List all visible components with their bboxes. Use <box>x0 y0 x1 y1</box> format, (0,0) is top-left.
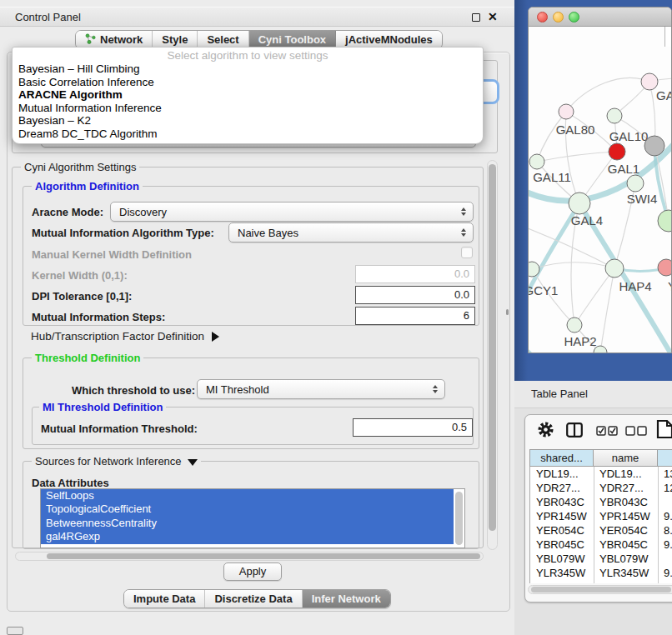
algorithm-definition-group: Algorithm Definition Aracne Mode: Discov… <box>23 186 479 326</box>
settings-vertical-scrollbar[interactable] <box>487 160 498 550</box>
network-node-hap2[interactable] <box>567 318 582 332</box>
data-attributes-list[interactable]: SelfLoopsTopologicalCoefficientBetweenne… <box>40 488 465 548</box>
attribute-item-selfloops[interactable]: SelfLoops <box>41 489 454 502</box>
zoom-traffic-light-icon[interactable] <box>569 12 579 22</box>
network-node-gal1[interactable] <box>609 143 625 160</box>
table-row[interactable]: YBL079WYBL079W <box>530 552 672 566</box>
network-node-swi4[interactable] <box>627 175 644 192</box>
new-table-document-icon[interactable] <box>656 419 672 442</box>
dropdown-placeholder: Select algorithm to view settings <box>13 48 483 62</box>
network-node[interactable] <box>644 136 664 156</box>
dropdown-item-bayesian-hill-climbing[interactable]: Bayesian – Hill Climbing <box>13 62 483 76</box>
close-traffic-light-icon[interactable] <box>537 12 548 22</box>
dropdown-item-dream8-dc-tdc-algorithm[interactable]: Dream8 DC_TDC Algorithm <box>13 128 483 141</box>
dpi-tolerance-label: DPI Tolerance [0,1]: <box>32 290 132 302</box>
network-canvas[interactable]: GALGAL80GAL10GAL1GAL11SWI4GAL4GCY1HAP4YH… <box>529 27 672 353</box>
network-node-hap4[interactable] <box>605 259 624 278</box>
hub-definition-label: Hub/Transcription Factor Definition <box>31 330 204 342</box>
network-node-y[interactable] <box>658 259 672 276</box>
settings-hscroll-thumb[interactable] <box>47 553 480 559</box>
network-node-gal11[interactable] <box>529 154 544 169</box>
network-node-gal[interactable] <box>641 73 658 90</box>
network-node[interactable] <box>658 210 672 232</box>
manual-kernel-label: Manual Kernel Width Definition <box>32 248 192 261</box>
attribute-item-topologicalcoefficient[interactable]: TopologicalCoefficient <box>41 502 454 516</box>
algorithm-dropdown-popup: Select algorithm to view settings Bayesi… <box>12 47 484 144</box>
dropdown-item-mutual-information-inference[interactable]: Mutual Information Inference <box>13 102 483 115</box>
network-node-gal4[interactable] <box>569 192 590 214</box>
mi-threshold-input[interactable]: 0.5 <box>353 418 473 437</box>
table-horizontal-scrollbar[interactable] <box>528 585 672 594</box>
column-view-icon[interactable] <box>566 422 583 440</box>
table-cell: YBR043C <box>599 495 658 509</box>
sources-group: Sources for Network Inference Data Attri… <box>23 461 479 549</box>
hub-definition-expander[interactable]: Hub/Transcription Factor Definition <box>31 330 219 342</box>
select-all-icon[interactable] <box>596 426 619 438</box>
bottom-tab-bar: Impute DataDiscretize DataInfer Network <box>123 589 391 608</box>
float-panel-icon[interactable] <box>472 13 480 22</box>
tab-label: Cyni Toolbox <box>258 33 326 46</box>
minimize-traffic-light-icon[interactable] <box>553 12 564 22</box>
table-header-row: shared...nameA <box>529 449 672 467</box>
apply-button[interactable]: Apply <box>223 562 282 581</box>
manual-kernel-checkbox[interactable] <box>461 247 473 258</box>
node-label-gcy1: GCY1 <box>529 283 558 298</box>
table-row[interactable]: YBR043CYBR043C <box>530 495 672 509</box>
network-vertical-scrollbar[interactable] <box>664 27 672 47</box>
tab-jactivemnodules[interactable]: jActiveMNodules <box>336 31 442 48</box>
column-header-a[interactable]: A <box>657 449 672 467</box>
table-row[interactable]: YDL19...YDL19...13 <box>530 467 672 481</box>
settings-horizontal-scrollbar[interactable] <box>15 552 484 561</box>
column-header-shared[interactable]: shared... <box>529 449 594 467</box>
aracne-mode-value: Discovery <box>119 202 167 221</box>
dropdown-item-bayesian-k2[interactable]: Bayesian – K2 <box>13 114 483 128</box>
table-panel-titlebar: Table Panel <box>514 381 672 408</box>
close-panel-icon[interactable]: ✕ <box>488 10 498 23</box>
which-threshold-select[interactable]: MI Threshold <box>197 379 445 399</box>
settings-vscroll-thumb[interactable] <box>489 164 496 531</box>
table-row[interactable]: YLR345WYLR345W9. <box>530 566 672 580</box>
kernel-width-input[interactable]: 0.0 <box>355 265 475 283</box>
node-label-gal4: GAL4 <box>571 213 603 228</box>
dropdown-item-aracne-algorithm[interactable]: ARACNE Algorithm <box>13 88 483 102</box>
network-node-gal10[interactable] <box>607 108 622 123</box>
attribute-item-gal4rgexp[interactable]: gal4RGexp <box>41 530 454 543</box>
column-header-name[interactable]: name <box>593 449 658 467</box>
splitter-handle[interactable] <box>506 309 509 315</box>
table-row[interactable]: YIL052CYIL052C9. <box>530 580 672 583</box>
collapsed-arrow-icon[interactable] <box>212 332 219 342</box>
tab-label: Select <box>207 33 238 46</box>
tab-network[interactable]: Network <box>76 31 153 48</box>
table-row[interactable]: YBR045CYBR045C9. <box>530 538 672 552</box>
table-settings-gear-icon[interactable] <box>537 421 554 441</box>
mi-threshold-label: Mutual Information Threshold: <box>41 422 198 435</box>
tab-style[interactable]: Style <box>153 31 198 48</box>
tab-impute-data[interactable]: Impute Data <box>124 590 205 608</box>
tab-select[interactable]: Select <box>198 31 248 48</box>
network-node-gal80[interactable] <box>559 104 574 119</box>
table-row[interactable]: YER054CYER054C8. <box>530 523 672 538</box>
tab-cyni-toolbox[interactable]: Cyni Toolbox <box>249 31 336 48</box>
table-hscroll-thumb[interactable] <box>531 587 671 592</box>
network-view-window[interactable]: GALGAL80GAL10GAL1GAL11SWI4GAL4GCY1HAP4YH… <box>528 7 672 353</box>
network-node-gcy1[interactable] <box>529 262 539 277</box>
list-scrollbar-thumb[interactable] <box>455 492 463 545</box>
table-cell: 9. <box>664 580 672 583</box>
table-row[interactable]: YDR27...YDR27...12 <box>530 481 672 495</box>
tab-discretize-data[interactable]: Discretize Data <box>205 590 302 608</box>
network-window-titlebar[interactable] <box>529 8 671 27</box>
expanded-arrow-icon[interactable] <box>188 459 198 466</box>
table-cell: YDL19... <box>536 467 594 481</box>
tab-infer-network[interactable]: Infer Network <box>303 590 390 608</box>
mi-steps-input[interactable]: 6 <box>355 307 475 325</box>
aracne-mode-select[interactable]: Discovery <box>110 202 474 222</box>
minimized-panel-icon[interactable] <box>7 627 23 635</box>
table-row[interactable]: YPR145WYPR145W9. <box>530 509 672 523</box>
table-cell: 8. <box>664 523 672 538</box>
network-edge <box>529 348 549 353</box>
dropdown-item-basic-correlation-inference[interactable]: Basic Correlation Inference <box>13 76 483 89</box>
dpi-tolerance-input[interactable]: 0.0 <box>355 286 475 304</box>
attribute-item-betweennesscentrality[interactable]: BetweennessCentrality <box>41 517 454 530</box>
deselect-all-icon[interactable] <box>625 426 648 438</box>
mi-type-select[interactable]: Naive Bayes <box>228 222 474 242</box>
